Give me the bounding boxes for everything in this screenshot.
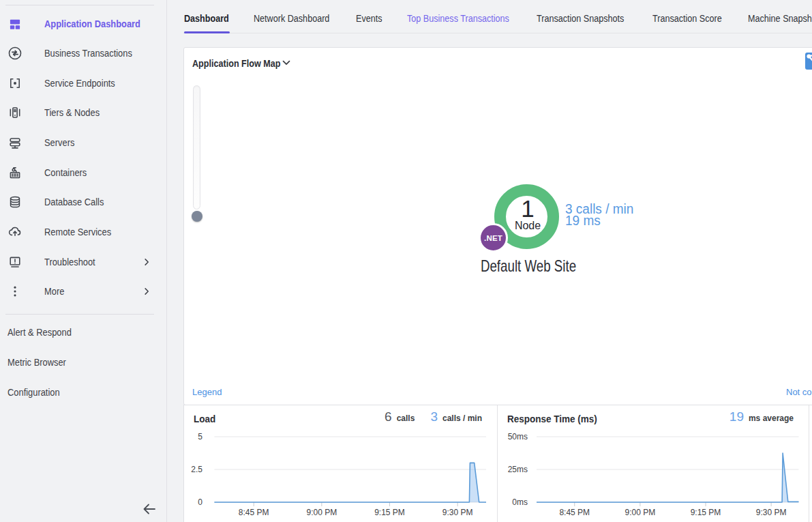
sidebar-item-servers[interactable]: Servers — [0, 128, 166, 158]
sidebar-item-configuration[interactable]: Configuration — [0, 377, 166, 407]
x-tick-label: 9:30 PM — [756, 508, 787, 517]
sidebar-item-remote-services[interactable]: Remote Services — [0, 217, 166, 247]
legend-link[interactable]: Legend — [192, 387, 222, 397]
sidebar-item-label: Configuration — [7, 387, 60, 398]
chart-summary-label: calls / min — [442, 414, 482, 423]
x-tick-label: 8:45 PM — [559, 508, 590, 517]
node-latency-metric: 19 ms — [565, 213, 601, 229]
tab-dashboard[interactable]: Dashboard — [184, 13, 229, 24]
chart-summary-label: calls — [397, 414, 415, 423]
servers-icon — [7, 134, 23, 151]
tab-machine-snapshots[interactable]: Machine Snapshots — [748, 13, 812, 24]
collapse-sidebar-button[interactable] — [141, 501, 157, 517]
sidebar-item-label: Business Transactions — [44, 48, 132, 59]
chart-summary: 19ms average — [730, 409, 794, 424]
chevron-right-icon — [140, 285, 153, 298]
sidebar-item-label: Containers — [44, 167, 87, 178]
tab-events[interactable]: Events — [356, 13, 382, 24]
tab-transaction-score[interactable]: Transaction Score — [652, 13, 722, 24]
y-tick-label: 5 — [198, 432, 202, 441]
flow-map-title-dropdown[interactable]: Application Flow Map — [192, 56, 297, 70]
chart-summary-value: 19 — [730, 409, 744, 424]
service-endpoints-icon — [7, 75, 23, 91]
back-arrow-icon — [141, 508, 157, 519]
tab-top-business-transactions[interactable]: Top Business Transactions — [407, 13, 509, 24]
sidebar-item-label: Remote Services — [44, 227, 111, 237]
sidebar-item-tiers-nodes[interactable]: Tiers & Nodes — [0, 98, 166, 128]
business-transactions-icon — [7, 45, 23, 61]
dotnet-badge: .NET — [479, 223, 508, 252]
x-tick-label: 9:15 PM — [374, 508, 405, 517]
y-tick-label: 25ms — [508, 465, 528, 474]
dotnet-badge-label: .NET — [484, 234, 502, 242]
sidebar-item-metric-browser[interactable]: Metric Browser — [0, 347, 166, 377]
sidebar-item-label: Application Dashboard — [44, 18, 140, 29]
app-dashboard-icon — [7, 16, 23, 32]
sidebar-item-more[interactable]: More — [0, 276, 166, 306]
sidebar-item-label: Alert & Respond — [7, 327, 72, 338]
chart-divider — [809, 405, 809, 522]
sidebar-section-divider — [5, 314, 154, 315]
flow-map-network-icon — [805, 51, 812, 71]
x-tick-label: 9:15 PM — [691, 508, 721, 517]
zoom-slider-handle[interactable] — [192, 211, 202, 222]
sidebar-item-label: More — [44, 286, 64, 297]
chart-summary-label: ms average — [749, 414, 794, 423]
sidebar-item-label: Troubleshoot — [44, 257, 95, 267]
tab-bar-baseline — [183, 33, 812, 33]
series-line — [214, 463, 486, 502]
chart-section-load: 02.558:45 PM9:00 PM9:15 PM9:30 PMLoad6ca… — [184, 405, 497, 522]
series-area — [537, 453, 799, 502]
sidebar: Application DashboardBusiness Transactio… — [0, 0, 167, 522]
x-tick-label: 9:00 PM — [625, 508, 656, 517]
sidebar-item-containers[interactable]: Containers — [0, 158, 166, 188]
flow-map-settings-button[interactable] — [805, 53, 812, 70]
sidebar-item-label: Tiers & Nodes — [44, 107, 100, 118]
tier-name: Default Web Site — [464, 257, 592, 276]
sidebar-item-troubleshoot[interactable]: Troubleshoot — [0, 247, 166, 277]
chart-summary: 6calls3calls / min — [385, 409, 482, 424]
sidebar-item-application-dashboard[interactable]: Application Dashboard — [0, 9, 166, 39]
x-tick-label: 8:45 PM — [239, 508, 269, 517]
sidebar-item-label: Servers — [44, 137, 74, 148]
y-tick-label: 2.5 — [191, 465, 202, 474]
tab-bar: DashboardNetwork DashboardEventsTop Busi… — [167, 0, 812, 34]
chart-summary-value: 6 — [385, 409, 392, 424]
x-tick-label: 9:00 PM — [306, 508, 337, 517]
flow-map-zoom-slider[interactable] — [193, 85, 200, 209]
chevron-down-icon — [281, 57, 292, 68]
sidebar-item-business-transactions[interactable]: Business Transactions — [0, 38, 166, 68]
y-tick-label: 0 — [198, 497, 202, 507]
database-icon — [7, 194, 23, 210]
metrics-charts-panel: 02.558:45 PM9:00 PM9:15 PM9:30 PMLoad6ca… — [183, 405, 812, 522]
flow-map-title: Application Flow Map — [192, 57, 281, 69]
tiers-nodes-icon — [7, 104, 23, 121]
node-count: 1 — [480, 195, 575, 222]
series-area — [214, 463, 486, 502]
y-tick-label: 50ms — [508, 432, 528, 441]
sidebar-top-divider — [5, 5, 154, 5]
sidebar-item-label: Database Calls — [44, 197, 104, 207]
sidebar-item-service-endpoints[interactable]: Service Endpoints — [0, 68, 166, 98]
troubleshoot-icon — [7, 254, 23, 270]
sidebar-item-database-calls[interactable]: Database Calls — [0, 187, 166, 217]
sidebar-item-label: Service Endpoints — [44, 78, 115, 89]
more-icon — [7, 283, 23, 300]
chart-summary-value: 3 — [430, 409, 438, 424]
x-tick-label: 9:30 PM — [442, 508, 473, 517]
containers-icon — [7, 164, 23, 181]
series-line — [537, 453, 799, 502]
sidebar-item-alert-respond[interactable]: Alert & Respond — [0, 317, 166, 347]
tab-transaction-snapshots[interactable]: Transaction Snapshots — [537, 13, 624, 24]
comparison-link[interactable]: Not comparing — [786, 387, 812, 397]
chevron-right-icon — [140, 256, 153, 268]
y-tick-label: 0ms — [512, 497, 528, 507]
remote-services-icon — [7, 224, 23, 240]
chart-section-response-time-ms-: 0ms25ms50ms8:45 PM9:00 PM9:15 PM9:30 PMR… — [498, 405, 809, 522]
chart-title: Load — [194, 413, 215, 424]
tab-network-dashboard[interactable]: Network Dashboard — [254, 13, 329, 24]
chart-title: Response Time (ms) — [507, 413, 597, 424]
sidebar-item-label: Metric Browser — [7, 357, 66, 368]
chart-divider — [497, 405, 498, 522]
active-tab-underline — [184, 31, 230, 33]
